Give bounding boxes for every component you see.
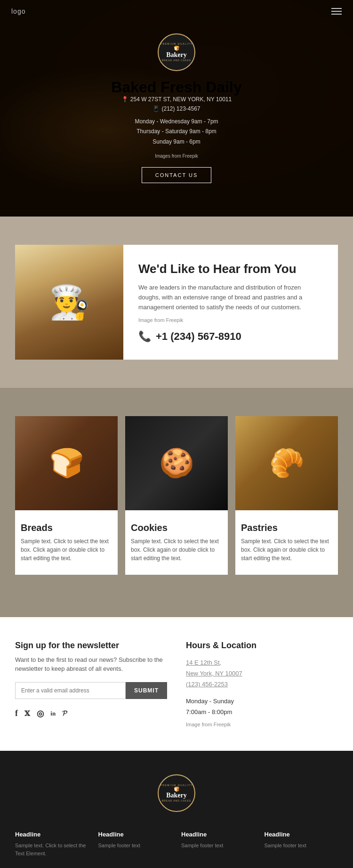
cookies-image: 🍪 [125,416,228,510]
footer-badge: PREMIUM QUALITY 🍞 Bakery BREAD AND CAKES [158,774,195,812]
newsletter-description: Want to be the first to read our news? S… [15,655,167,674]
cookies-description: Sample text. Click to select the text bo… [131,537,222,567]
facebook-icon[interactable]: f [15,708,18,718]
hours-title: Hours & Location [186,641,338,651]
phone-icon: 📱 [152,105,160,112]
badge-name: Bakery [166,51,187,59]
twitter-icon[interactable]: 𝕏 [24,709,30,718]
footer-logo-area: PREMIUM QUALITY 🍞 Bakery BREAD AND CAKES [15,774,338,812]
navigation: logo [0,0,353,23]
contact-freepik: Image from Freepik [138,317,323,323]
hero-address: 📍 254 W 27ST ST, NEW YORK, NY 10011 [121,96,232,103]
hours-schedule: Monday - Sunday 7:00am - 8:00pm [186,696,338,718]
footer: PREMIUM QUALITY 🍞 Bakery BREAD AND CAKES… [0,751,353,868]
hours-address: 14 E 12th St, New York, NY 10007 (123) 4… [186,657,338,690]
pinterest-icon[interactable]: 𝓟 [62,709,67,717]
contact-phone: +1 (234) 567-8910 [156,330,241,343]
badge-top-text: PREMIUM QUALITY [160,42,193,45]
address-link[interactable]: 14 E 12th St, [186,659,221,666]
location-icon: 📍 [121,96,128,103]
footer-bread-icon: 🍞 [174,787,179,792]
pastries-image: 🥐 [235,416,338,510]
product-card-breads: 🍞 Breads Sample text. Click to select th… [15,416,118,575]
footer-badge-sub: BREAD AND CAKES [162,799,191,802]
footer-text-3: Sample footer text [181,842,255,850]
pastries-description: Sample text. Click to select the text bo… [241,537,332,567]
footer-col-1: Headline Sample text. Click to select th… [15,831,89,858]
footer-text-1: Sample text. Click to select the Text El… [15,842,89,858]
products-grid: 🍞 Breads Sample text. Click to select th… [15,416,338,575]
contact-title: We'd Like to Hear from You [138,262,323,276]
phone-link[interactable]: (123) 456-2253 [186,681,228,688]
social-icons: f 𝕏 ◎ in 𝓟 [15,708,167,719]
footer-col-4: Headline Sample footer text [265,831,338,858]
newsletter-column: Sign up for the newsletter Want to be th… [15,641,167,727]
footer-text-2: Sample footer text [98,842,172,850]
hero-freepik: Images from Freepik [155,153,198,159]
footer-headline-3: Headline [181,831,255,838]
phone-icon: 📞 [138,330,151,343]
linkedin-icon[interactable]: in [50,710,56,717]
footer-headline-1: Headline [15,831,89,838]
contact-info: We'd Like to Hear from You We are leader… [123,245,338,360]
newsletter-form: SUBMIT [15,682,167,699]
bread-icon: 🍞 [174,46,179,51]
newsletter-hours-section: Sign up for the newsletter Want to be th… [0,617,353,751]
bread-description: Sample text. Click to select the text bo… [21,537,112,567]
contact-section: 👨‍🍳 We'd Like to Hear from You We are le… [0,217,353,388]
contact-phone-row: 📞 +1 (234) 567-8910 [138,330,323,343]
email-input[interactable] [15,682,126,699]
hero-title: Baked Fresh Daily [111,79,241,96]
contact-image: 👨‍🍳 [15,245,123,360]
footer-col-2: Headline Sample footer text [98,831,172,858]
products-section: 🍞 Breads Sample text. Click to select th… [0,388,353,617]
address-link-2[interactable]: New York, NY 10007 [186,670,242,677]
footer-headline-4: Headline [265,831,338,838]
newsletter-title: Sign up for the newsletter [15,641,167,651]
footer-col-3: Headline Sample footer text [181,831,255,858]
badge-sub: BREAD AND CAKES [162,59,191,62]
cookies-title: Cookies [131,522,222,533]
footer-headline-2: Headline [98,831,172,838]
hours-column: Hours & Location 14 E 12th St, New York,… [186,641,338,727]
product-card-cookies: 🍪 Cookies Sample text. Click to select t… [125,416,228,575]
pastries-title: Pastries [241,522,332,533]
product-card-pastries: 🥐 Pastries Sample text. Click to select … [235,416,338,575]
hero-hours: Monday - Wednesday 9am - 7pm Thursday - … [135,117,218,147]
instagram-icon[interactable]: ◎ [37,708,44,719]
bread-title: Breads [21,522,112,533]
bakery-badge: PREMIUM QUALITY 🍞 Bakery BREAD AND CAKES [158,33,195,71]
baker-illustration: 👨‍🍳 [49,283,90,321]
contact-description: We are leaders in the manufacture and di… [138,283,323,312]
footer-text-4: Sample footer text [265,842,338,850]
hours-freepik: Image from Freepik [186,722,338,727]
submit-button[interactable]: SUBMIT [126,682,167,699]
footer-columns: Headline Sample text. Click to select th… [15,831,338,858]
footer-badge-name: Bakery [166,792,187,799]
contact-us-button[interactable]: CONTACT US [142,167,212,183]
hero-phone: 📱 (212) 123-4567 [152,105,200,112]
bread-image: 🍞 [15,416,118,510]
site-logo: logo [11,8,25,15]
hamburger-menu[interactable] [331,8,342,15]
